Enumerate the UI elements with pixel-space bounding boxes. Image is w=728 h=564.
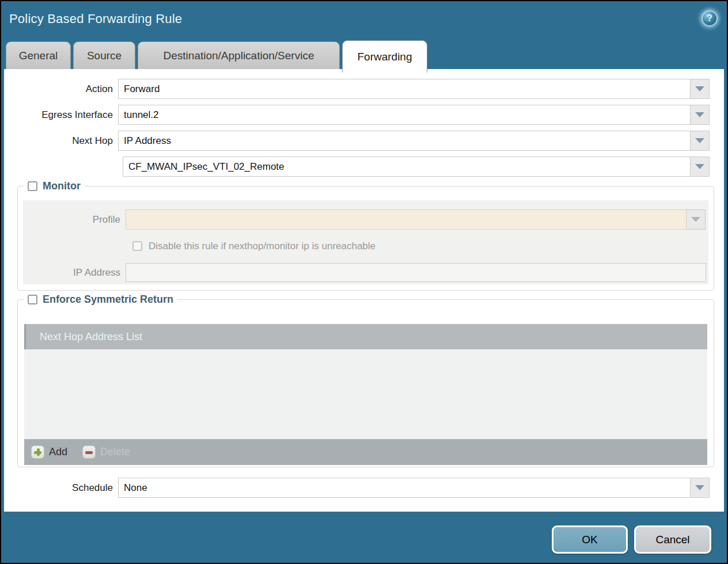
- minus-icon: [82, 445, 96, 459]
- next-hop-address-dropdown-button[interactable]: [691, 157, 710, 177]
- chevron-down-icon: [695, 138, 704, 143]
- schedule-dropdown[interactable]: None: [118, 478, 710, 498]
- enforce-symmetric-return-checkbox[interactable]: [28, 295, 37, 304]
- delete-button: Delete: [82, 445, 130, 459]
- monitor-ip-label: IP Address: [23, 267, 126, 279]
- add-button-label: Add: [49, 446, 67, 458]
- egress-interface-value[interactable]: tunnel.2: [118, 105, 691, 125]
- tab-forwarding[interactable]: Forwarding: [342, 40, 427, 73]
- action-dropdown[interactable]: Forward: [118, 79, 710, 99]
- dialog-window: Policy Based Forwarding Rule ? General S…: [1, 1, 727, 563]
- disable-rule-checkbox: [132, 241, 142, 251]
- dialog-footer: OK Cancel: [1, 512, 727, 563]
- profile-dropdown: [126, 209, 706, 230]
- action-value[interactable]: Forward: [118, 79, 691, 99]
- monitor-panel: Profile Disable this rule if nexthop/mon…: [23, 200, 708, 284]
- monitor-checkbox[interactable]: [28, 181, 37, 191]
- action-row: Action Forward: [4, 79, 710, 99]
- tab-source[interactable]: Source: [73, 41, 135, 69]
- egress-interface-label: Egress Interface: [4, 109, 118, 121]
- profile-value: [126, 209, 687, 230]
- next-hop-row: Next Hop IP Address: [4, 131, 710, 151]
- plus-icon: [31, 445, 44, 459]
- monitor-legend: Monitor: [24, 180, 85, 192]
- monitor-profile-row: Profile: [23, 209, 706, 230]
- next-hop-address-row: CF_MWAN_IPsec_VTI_02_Remote: [4, 157, 710, 177]
- ok-button[interactable]: OK: [552, 525, 628, 554]
- schedule-value[interactable]: None: [118, 478, 691, 498]
- next-hop-address-list-table: Next Hop Address List Add Delete: [24, 324, 707, 465]
- next-hop-type-dropdown[interactable]: IP Address: [118, 131, 710, 151]
- monitor-legend-label: Monitor: [43, 180, 81, 192]
- action-dropdown-button[interactable]: [691, 79, 710, 99]
- schedule-row: Schedule None: [4, 478, 710, 498]
- pbf-rule-dialog: Policy Based Forwarding Rule ? General S…: [0, 0, 728, 564]
- egress-interface-dropdown[interactable]: tunnel.2: [118, 105, 710, 125]
- egress-interface-dropdown-button[interactable]: [691, 105, 710, 125]
- monitor-group: Monitor Profile Disable this rule if nex…: [17, 180, 714, 291]
- egress-interface-row: Egress Interface tunnel.2: [4, 105, 710, 125]
- chevron-down-icon: [691, 217, 700, 222]
- dialog-titlebar: Policy Based Forwarding Rule ?: [1, 1, 727, 37]
- cancel-button[interactable]: Cancel: [634, 525, 711, 554]
- tab-bar: General Source Destination/Application/S…: [6, 41, 427, 69]
- next-hop-address-list-footer: Add Delete: [24, 439, 707, 465]
- chevron-down-icon: [695, 86, 704, 92]
- delete-button-label: Delete: [100, 446, 130, 458]
- next-hop-address-list-header[interactable]: Next Hop Address List: [24, 324, 707, 349]
- disable-rule-row: Disable this rule if nexthop/monitor ip …: [132, 236, 376, 256]
- next-hop-label: Next Hop: [4, 135, 118, 147]
- schedule-label: Schedule: [4, 482, 118, 494]
- help-icon[interactable]: ?: [702, 10, 718, 26]
- profile-label: Profile: [23, 214, 126, 226]
- disable-rule-label: Disable this rule if nexthop/monitor ip …: [149, 241, 376, 252]
- monitor-ip-input: [126, 263, 706, 282]
- enforce-legend: Enforce Symmetric Return: [24, 294, 177, 306]
- next-hop-type-value[interactable]: IP Address: [118, 131, 691, 151]
- forwarding-tab-panel: Action Forward Egress Interface tunnel.2…: [4, 69, 724, 512]
- enforce-legend-label: Enforce Symmetric Return: [43, 294, 173, 306]
- profile-dropdown-button: [687, 209, 706, 230]
- enforce-symmetric-return-group: Enforce Symmetric Return Next Hop Addres…: [17, 294, 714, 467]
- chevron-down-icon: [695, 485, 704, 490]
- dialog-title: Policy Based Forwarding Rule: [9, 12, 182, 26]
- add-button[interactable]: Add: [31, 445, 67, 459]
- next-hop-address-dropdown[interactable]: CF_MWAN_IPsec_VTI_02_Remote: [123, 157, 710, 177]
- chevron-down-icon: [695, 164, 704, 169]
- schedule-dropdown-button[interactable]: [691, 478, 710, 498]
- tab-destination-application-service[interactable]: Destination/Application/Service: [138, 41, 340, 69]
- tab-general[interactable]: General: [6, 41, 71, 69]
- next-hop-dropdown-button[interactable]: [691, 131, 710, 151]
- action-label: Action: [4, 83, 118, 95]
- next-hop-address-value[interactable]: CF_MWAN_IPsec_VTI_02_Remote: [123, 157, 691, 177]
- next-hop-address-list-body[interactable]: [24, 349, 707, 439]
- monitor-ip-row: IP Address: [23, 262, 706, 283]
- chevron-down-icon: [695, 112, 704, 117]
